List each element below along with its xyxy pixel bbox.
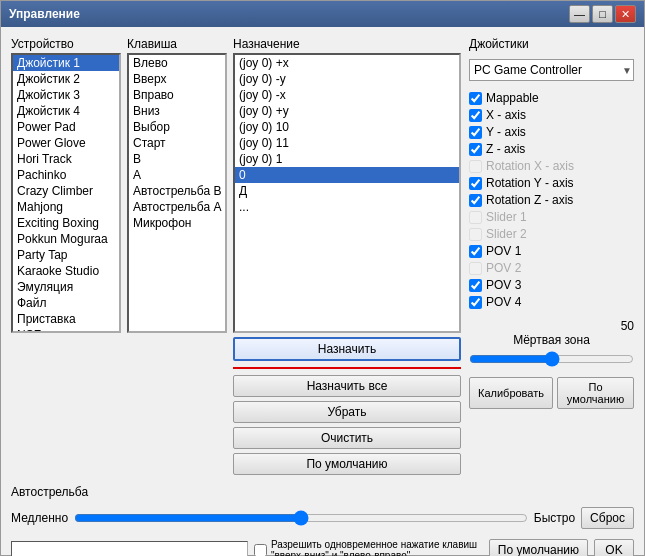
close-button[interactable]: ✕ (615, 5, 636, 23)
naznachit-vse-button[interactable]: Назначить все (233, 375, 461, 397)
checkbox-label-pov3: POV 3 (486, 278, 521, 292)
autostrelba-slider[interactable] (74, 510, 528, 526)
list-item[interactable]: 0 (235, 167, 459, 183)
list-item[interactable]: Джойстик 1 (13, 55, 119, 71)
joystick-checkbox-item: Rotation X - axis (469, 159, 634, 173)
list-item[interactable]: Джойстик 3 (13, 87, 119, 103)
list-item[interactable]: Файл (13, 295, 119, 311)
checkbox-label-z_axis: Z - axis (486, 142, 525, 156)
joystick-checkbox-item: Rotation Z - axis (469, 193, 634, 207)
minimize-button[interactable]: — (569, 5, 590, 23)
checkbox-pov1[interactable] (469, 245, 482, 258)
list-item[interactable]: Power Glove (13, 135, 119, 151)
list-item[interactable]: Приставка (13, 311, 119, 327)
list-item[interactable]: Mahjong (13, 199, 119, 215)
checkbox-label-pov1: POV 1 (486, 244, 521, 258)
joystick-checkbox-item: Slider 1 (469, 210, 634, 224)
checkbox-label-pov4: POV 4 (486, 295, 521, 309)
checkbox-label-y_axis: Y - axis (486, 125, 526, 139)
slow-label: Медленно (11, 511, 68, 525)
list-item[interactable]: Power Pad (13, 119, 119, 135)
naznachit-buttons: Назначить Назначить все Убрать Очистить … (233, 337, 461, 475)
klavisha-listbox[interactable]: ВлевоВверхВправоВнизВыборСтартВААвтостре… (127, 53, 227, 333)
footer-po-umolchaniyu-button[interactable]: По умолчанию (489, 539, 588, 556)
joystick-checkbox-item: X - axis (469, 108, 634, 122)
naznachenie-listbox[interactable]: (joy 0) +x(joy 0) -y(joy 0) -x(joy 0) +y… (233, 53, 461, 333)
footer-buttons: По умолчанию OK (489, 539, 634, 556)
list-item[interactable]: Party Tap (13, 247, 119, 263)
list-item[interactable]: (joy 0) 10 (235, 119, 459, 135)
naznachenie-column: Назначение (joy 0) +x(joy 0) -y(joy 0) -… (233, 37, 461, 475)
list-item[interactable]: (joy 0) +x (235, 55, 459, 71)
klavisha-label: Клавиша (127, 37, 227, 51)
naznachit-button[interactable]: Назначить (233, 337, 461, 361)
simultaneous-keys-label: Разрешить одновременное нажатие клавиш "… (271, 539, 489, 556)
list-item[interactable]: (joy 0) 1 (235, 151, 459, 167)
list-item[interactable]: Pachinko (13, 167, 119, 183)
sbrosy-button[interactable]: Сброс (581, 507, 634, 529)
ochistit-button[interactable]: Очистить (233, 427, 461, 449)
checkbox-rot_z[interactable] (469, 194, 482, 207)
list-item[interactable]: (joy 0) +y (235, 103, 459, 119)
ok-button[interactable]: OK (594, 539, 634, 556)
list-item[interactable]: Pokkun Moguraa (13, 231, 119, 247)
list-item[interactable]: Вниз (129, 103, 225, 119)
joystick-panel: Джойстики PC Game ControllerDirectInputX… (469, 37, 634, 475)
list-item[interactable]: Старт (129, 135, 225, 151)
list-item[interactable]: (joy 0) 11 (235, 135, 459, 151)
maximize-button[interactable]: □ (592, 5, 613, 23)
autostrelba-slider-row: Медленно Быстро Сброс (11, 507, 634, 529)
list-item[interactable]: Джойстик 2 (13, 71, 119, 87)
title-bar: Управление — □ ✕ (1, 1, 644, 27)
checkbox-mappable[interactable] (469, 92, 482, 105)
list-item[interactable]: Джойстик 4 (13, 103, 119, 119)
list-item[interactable]: Эмуляция (13, 279, 119, 295)
device-dropdown[interactable]: PC Game ControllerDirectInputXInput (469, 59, 634, 81)
list-item[interactable]: NSF (13, 327, 119, 333)
device-dropdown-wrapper: PC Game ControllerDirectInputXInput ▼ (469, 59, 634, 81)
list-item[interactable]: Crazy Climber (13, 183, 119, 199)
joystick-checkbox-item: POV 4 (469, 295, 634, 309)
list-item[interactable]: Вправо (129, 87, 225, 103)
checkbox-pov3[interactable] (469, 279, 482, 292)
list-item[interactable]: Karaoke Studio (13, 263, 119, 279)
checkbox-z_axis[interactable] (469, 143, 482, 156)
calibrate-button[interactable]: Калибровать (469, 377, 553, 409)
checkbox-pov4[interactable] (469, 296, 482, 309)
deadzone-slider[interactable] (469, 351, 634, 367)
list-item[interactable]: ... (235, 199, 459, 215)
list-item[interactable]: Влево (129, 55, 225, 71)
list-item[interactable]: (joy 0) -x (235, 87, 459, 103)
list-item[interactable]: Автострельба В (129, 183, 225, 199)
list-item[interactable]: Д (235, 183, 459, 199)
joystick-checkbox-item: Rotation Y - axis (469, 176, 634, 190)
list-item[interactable]: (joy 0) -y (235, 71, 459, 87)
checkbox-rot_y[interactable] (469, 177, 482, 190)
list-item[interactable]: В (129, 151, 225, 167)
joystick-checkbox-item: Mappable (469, 91, 634, 105)
ustroistvo-listbox[interactable]: Джойстик 1Джойстик 2Джойстик 3Джойстик 4… (11, 53, 121, 333)
simultaneous-keys-checkbox[interactable] (254, 544, 267, 557)
list-item[interactable]: Микрофон (129, 215, 225, 231)
list-item[interactable]: Hori Track (13, 151, 119, 167)
checkbox-label-rot_x: Rotation X - axis (486, 159, 574, 173)
po-umolchaniyu-button[interactable]: По умолчанию (233, 453, 461, 475)
ubrat-button[interactable]: Убрать (233, 401, 461, 423)
list-item[interactable]: А (129, 167, 225, 183)
list-item[interactable]: Exciting Boxing (13, 215, 119, 231)
joystick-checkbox-item: POV 2 (469, 261, 634, 275)
checkbox-slider2 (469, 228, 482, 241)
joysticks-label: Джойстики (469, 37, 634, 51)
joystick-checkbox-item: Z - axis (469, 142, 634, 156)
joystick-default-button[interactable]: По умолчанию (557, 377, 634, 409)
list-item[interactable]: Автострельба А (129, 199, 225, 215)
footer-left: Разрешить одновременное нажатие клавиш "… (11, 539, 489, 556)
checkbox-label-rot_z: Rotation Z - axis (486, 193, 573, 207)
list-item[interactable]: Выбор (129, 119, 225, 135)
checkbox-slider1 (469, 211, 482, 224)
autostrelba-row: Автострельба (11, 485, 634, 499)
checkbox-x_axis[interactable] (469, 109, 482, 122)
list-item[interactable]: Вверх (129, 71, 225, 87)
checkbox-pov2 (469, 262, 482, 275)
checkbox-y_axis[interactable] (469, 126, 482, 139)
